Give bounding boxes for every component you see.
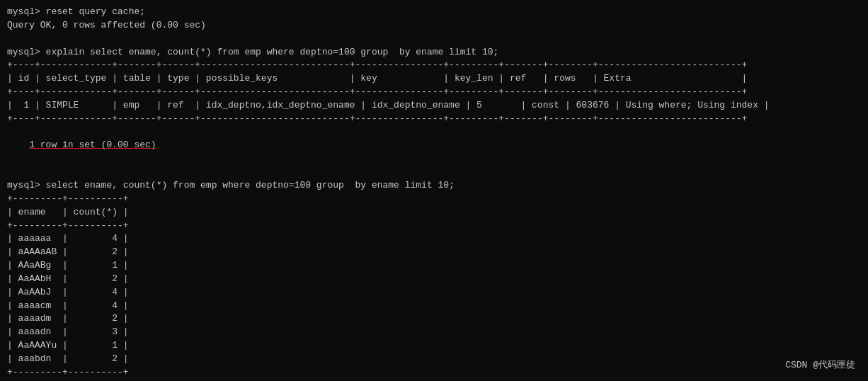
line-row-count-1: 1 row in set (0.00 sec) [7,126,861,166]
line-data-6: | aaaacm | 4 | [7,300,861,313]
line-reset-cmd: mysql> reset query cache; [7,6,861,19]
line-row-count-1-text: 1 row in set (0.00 sec) [29,140,156,150]
line-header: | id | select_type | table | type | poss… [7,72,861,86]
line-sep-3: +----+-------------+-------+------+-----… [7,113,861,126]
line-data-row: | 1 | SIMPLE | emp | ref | idx_deptno,id… [7,99,861,113]
line-sep-1: +----+-------------+-------+------+-----… [7,59,861,72]
line-data-3: | AAaABg | 1 | [7,259,861,273]
line-data-5: | AaAAbJ | 4 | [7,286,861,300]
line-select-cmd: mysql> select ename, count(*) from emp w… [7,179,861,193]
line-data-10: | aaabdn | 2 | [7,353,861,366]
line-data-1: | aaaaaa | 4 | [7,232,861,246]
line-sep-2: +----+-------------+-------+------+-----… [7,86,861,99]
line-blank-1 [7,33,861,46]
line-explain-cmd: mysql> explain select ename, count(*) fr… [7,46,861,59]
line-header-2: | ename | count(*) | [7,206,861,220]
line-sep-4: +---------+----------+ [7,193,861,206]
line-data-2: | aAAAaAB | 2 | [7,246,861,259]
line-query-ok: Query OK, 0 rows affected (0.00 sec) [7,19,861,33]
line-data-9: | AaAAAYu | 1 | [7,339,861,353]
line-sep-5: +---------+----------+ [7,220,861,233]
line-blank-2 [7,166,861,179]
line-sep-6: +---------+----------+ [7,366,861,380]
branding-label: CSDN @代码匣徒 [785,359,855,373]
line-data-7: | aaaadm | 2 | [7,312,861,326]
terminal: mysql> reset query cache; Query OK, 0 ro… [7,6,861,375]
line-data-8: | aaaadn | 3 | [7,326,861,339]
line-data-4: | AaAAbH | 2 | [7,273,861,286]
